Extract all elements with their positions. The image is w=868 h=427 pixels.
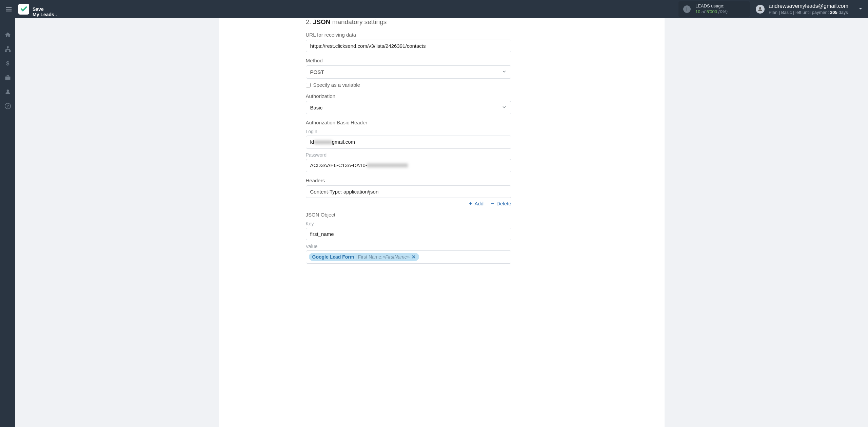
content-card: 2. JSON mandatory settings URL for recei…: [219, 18, 665, 427]
app-logo-text: SaveMy Leads .: [33, 1, 57, 17]
sidebar-help-icon[interactable]: ?: [0, 99, 15, 113]
sidebar-billing-icon[interactable]: $: [0, 56, 15, 70]
headers-input[interactable]: [306, 185, 511, 198]
usage-panel[interactable]: i LEADS usage: 10 of 5'000 (0%): [678, 1, 750, 17]
svg-text:?: ?: [6, 104, 9, 108]
auth-label: Authorization: [306, 93, 511, 99]
delete-button[interactable]: Delete: [490, 201, 511, 206]
app-header: SaveMy Leads . i LEADS usage: 10 of 5'00…: [0, 0, 868, 18]
page-wrap: 2. JSON mandatory settings URL for recei…: [15, 18, 868, 427]
form-column: 2. JSON mandatory settings URL for recei…: [306, 18, 511, 264]
sidebar: $ ?: [0, 18, 15, 427]
method-value: POST: [310, 69, 324, 75]
key-label: Key: [306, 221, 511, 226]
svg-rect-1: [6, 9, 12, 9]
method-select[interactable]: POST: [306, 65, 511, 79]
account-text: andrewsavemyleads@gmail.com Plan | Basic…: [769, 3, 848, 16]
specify-label: Specify as a variable: [313, 82, 360, 88]
svg-point-3: [759, 7, 761, 9]
json-object-label: JSON Object: [306, 212, 511, 218]
headers-label: Headers: [306, 178, 511, 183]
svg-rect-8: [5, 77, 10, 80]
chevron-down-icon: [501, 69, 507, 75]
svg-rect-5: [5, 50, 6, 52]
value-label: Value: [306, 244, 511, 249]
sidebar-briefcase-icon[interactable]: [0, 70, 15, 85]
headers-actions: Add Delete: [306, 201, 511, 206]
svg-rect-6: [9, 50, 11, 52]
method-label: Method: [306, 58, 511, 63]
usage-text: LEADS usage: 10 of 5'000 (0%): [695, 3, 728, 15]
account-panel[interactable]: andrewsavemyleads@gmail.com Plan | Basic…: [756, 3, 863, 16]
specify-checkbox[interactable]: [306, 83, 311, 87]
hamburger-icon[interactable]: [5, 5, 13, 13]
password-input[interactable]: ACD3AAE6-C13A-DA10-XXXXXXXXXXXX: [306, 159, 511, 172]
app-logo-icon: [18, 4, 29, 15]
svg-rect-4: [7, 46, 8, 48]
value-input[interactable]: Google Lead Form | First Name: «FirstNam…: [306, 250, 511, 264]
svg-text:$: $: [6, 60, 9, 67]
chevron-down-icon[interactable]: [858, 6, 863, 13]
url-label: URL for receiving data: [306, 32, 511, 38]
avatar-icon: [756, 5, 765, 14]
url-input[interactable]: [306, 40, 511, 52]
auth-value: Basic: [310, 105, 323, 110]
add-button[interactable]: Add: [468, 201, 484, 206]
basic-header-label: Authorization Basic Header: [306, 120, 511, 125]
auth-select[interactable]: Basic: [306, 101, 511, 114]
svg-rect-0: [6, 7, 12, 8]
variable-chip: Google Lead Form | First Name: «FirstNam…: [309, 253, 419, 261]
sidebar-connections-icon[interactable]: [0, 42, 15, 56]
login-input[interactable]: ldxxxxxxxgmail.com: [306, 136, 511, 149]
login-label: Login: [306, 129, 511, 134]
section-title: 2. JSON mandatory settings: [306, 18, 511, 26]
svg-point-9: [6, 89, 9, 92]
chevron-down-icon: [501, 104, 507, 111]
specify-checkbox-row[interactable]: Specify as a variable: [306, 82, 511, 88]
password-label: Password: [306, 152, 511, 158]
svg-rect-2: [6, 11, 12, 12]
key-input[interactable]: [306, 228, 511, 240]
chip-remove-icon[interactable]: ✕: [412, 254, 416, 260]
sidebar-home-icon[interactable]: [0, 28, 15, 42]
info-icon: i: [683, 5, 691, 13]
sidebar-user-icon[interactable]: [0, 85, 15, 99]
